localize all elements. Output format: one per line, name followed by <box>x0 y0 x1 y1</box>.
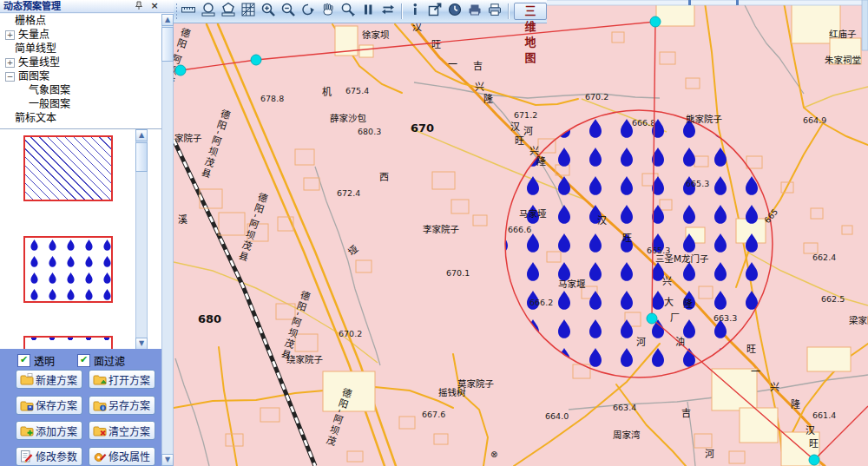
tree-item-一般图案[interactable]: 一般图案 <box>0 97 161 111</box>
pattern-scroll-thumb[interactable] <box>135 142 148 172</box>
sidebar-scroll-down[interactable]: ▼ <box>161 454 174 466</box>
measure-circle-button[interactable] <box>199 2 219 21</box>
map-label: 薛家沙包 <box>330 113 366 123</box>
previous-view-icon <box>300 2 316 21</box>
map-label: 西 <box>379 172 389 183</box>
window-top-tick <box>736 0 739 5</box>
sidebar-scroll-thumb[interactable] <box>161 27 174 62</box>
zoom-select-button[interactable] <box>339 2 358 21</box>
refresh-button[interactable] <box>378 2 398 21</box>
measure-polygon-icon <box>220 2 236 21</box>
annotation-vertex-handle[interactable] <box>650 16 661 27</box>
expand-icon[interactable]: + <box>5 30 15 40</box>
tree-item-箭标文本[interactable]: 箭标文本 <box>0 111 161 125</box>
map-label: 梁家陵 <box>849 315 868 325</box>
export-button[interactable] <box>425 2 445 21</box>
打开方案-button[interactable]: 打开方案 <box>89 370 155 389</box>
measure-length-button[interactable] <box>179 2 199 21</box>
map-label: 溪 <box>178 214 187 226</box>
collapse-icon[interactable]: − <box>5 72 15 82</box>
toolbar-grip[interactable] <box>175 3 177 20</box>
sidebar-scrollbar[interactable] <box>161 14 174 466</box>
plan-button-label: 修改属性 <box>108 449 150 463</box>
diagonal-hatch-pattern[interactable] <box>23 135 113 201</box>
map-label: 李家院子 <box>423 224 459 234</box>
map-canvas[interactable]: 675.4678.8680.3672.4671.2670.2666.8664.9… <box>174 0 868 466</box>
folder-new-icon <box>19 372 34 386</box>
folder-add-icon <box>19 423 34 437</box>
zoom-out-icon <box>280 2 296 21</box>
pan-hand-button[interactable] <box>319 2 339 21</box>
plan-button-label: 另存方案 <box>108 397 150 412</box>
map-label: 吉 <box>681 408 691 419</box>
blue-drops-pattern[interactable] <box>23 236 113 303</box>
map-label: 摇钱树 <box>438 387 466 397</box>
annotation-vertex-handle[interactable] <box>809 455 819 465</box>
map-label: 旺 <box>746 344 756 355</box>
pattern-scroll-up[interactable]: ▲ <box>135 129 148 141</box>
map-label: 663.4 <box>613 403 636 412</box>
print-preview-button[interactable] <box>465 2 485 21</box>
sidebar-scroll-up[interactable]: ▲ <box>161 14 174 26</box>
partial-pattern[interactable] <box>23 336 113 349</box>
map-label: 旺 <box>515 135 524 147</box>
measure-length-icon <box>181 2 196 21</box>
map-label: 隆 <box>683 298 693 310</box>
previous-view-button[interactable] <box>299 2 319 21</box>
新建方案-button[interactable]: 新建方案 <box>16 370 82 389</box>
pin-icon[interactable] <box>134 1 144 11</box>
map-label: 旺 <box>809 438 819 450</box>
map-label: 667.6 <box>422 410 445 419</box>
map-3d-button[interactable]: 三维地图 <box>514 3 547 20</box>
measure-polygon-button[interactable] <box>219 2 239 21</box>
map-label: 671.2 <box>514 110 537 120</box>
clock-button[interactable] <box>445 2 465 21</box>
tree-item-面图案[interactable]: −面图案 <box>0 69 161 83</box>
保存方案-button[interactable]: 保存方案 <box>16 396 82 415</box>
map-label: 隆 <box>536 155 546 167</box>
grid-button[interactable] <box>239 2 259 21</box>
annotation-vertex-handle[interactable] <box>647 313 657 324</box>
map-label: 厂 <box>670 312 680 324</box>
plan-button-label: 保存方案 <box>36 397 77 412</box>
pattern-scroll-down[interactable]: ▼ <box>135 338 148 350</box>
sidebar-panel: 动态预案管理 × 栅格点+矢量点简单线型+矢量线型−面图案气象图案一般图案箭标文… <box>0 0 174 466</box>
tree-item-栅格点[interactable]: 栅格点 <box>0 14 161 28</box>
tree-item-矢量线型[interactable]: +矢量线型 <box>0 56 161 69</box>
checkbox-mark[interactable]: ✔ <box>77 354 90 367</box>
sidebar-title: 动态预案管理 <box>3 1 61 12</box>
checkbox-面过滤[interactable]: ✔面过滤 <box>77 353 125 368</box>
map-label: 666.8 <box>632 118 655 128</box>
zoom-in-button[interactable] <box>259 2 279 21</box>
checkbox-mark[interactable]: ✔ <box>17 354 30 367</box>
map-label: 汉 <box>510 121 520 133</box>
tree-item-label: 一般图案 <box>29 97 70 111</box>
plan-button-label: 新建方案 <box>36 372 77 387</box>
print-preview-icon <box>467 2 483 21</box>
folder-saveas-icon: i <box>92 398 107 412</box>
map-label: 徐家坝 <box>362 30 390 40</box>
修改属性-button[interactable]: 修改属性 <box>89 447 155 466</box>
修改参数-button[interactable]: 修改参数 <box>16 447 82 466</box>
tree-item-矢量点[interactable]: +矢量点 <box>0 28 161 42</box>
expand-icon[interactable]: + <box>5 58 15 68</box>
清空方案-button[interactable]: 清空方案 <box>89 421 155 440</box>
print-button[interactable] <box>485 2 505 21</box>
window-right-strip <box>862 0 868 50</box>
annotation-vertex-handle[interactable] <box>251 55 261 65</box>
checkbox-透明[interactable]: ✔透明 <box>17 353 55 368</box>
tree-item-气象图案[interactable]: 气象图案 <box>0 83 161 97</box>
map-label: 兴 <box>662 276 672 287</box>
另存方案-button[interactable]: i另存方案 <box>89 396 155 415</box>
annotation-vertex-handle[interactable] <box>175 65 186 75</box>
添加方案-button[interactable]: 添加方案 <box>16 421 82 440</box>
info-icon <box>407 2 423 21</box>
info-button[interactable] <box>405 2 425 21</box>
tree-item-简单线型[interactable]: 简单线型 <box>0 42 161 56</box>
map-label: 汉 <box>597 215 607 226</box>
map-label: 吉 <box>473 61 483 72</box>
zoom-out-button[interactable] <box>279 2 299 21</box>
close-icon[interactable]: × <box>149 1 160 11</box>
map-label: 665.3 <box>686 179 709 188</box>
pause-button[interactable] <box>358 2 378 21</box>
